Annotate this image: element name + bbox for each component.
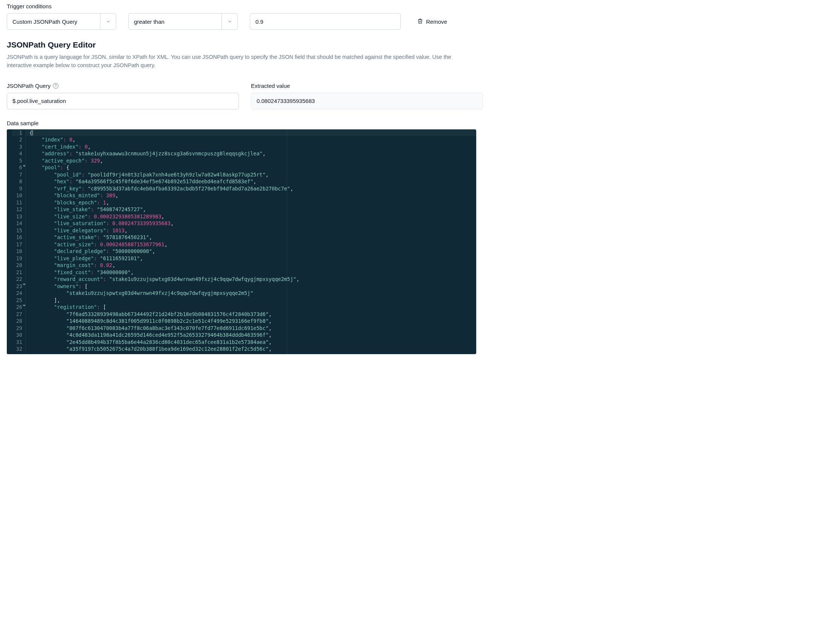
code-line[interactable]: "live_pledge": "61116592101", [29,255,476,262]
line-number: 21 [12,269,22,276]
line-number: 17 [12,241,22,248]
trigger-row: Custom JSONPath Query greater than Remov… [7,13,476,30]
code-line[interactable]: "blocks_epoch": 1, [29,199,476,206]
line-number: 14 [12,220,22,227]
line-number: 7 [12,171,22,178]
line-number: 31 [12,339,22,346]
line-number: 13 [12,213,22,220]
line-number: 24 [12,290,22,297]
line-number: 28 [12,318,22,325]
line-number: 26 [12,304,22,311]
line-number: 12 [12,206,22,213]
extracted-value-display: 0.08024733395935683 [251,93,483,109]
line-number: 10 [12,192,22,199]
line-number: 23 [12,283,22,290]
line-number: 16 [12,234,22,241]
code-line[interactable]: "pool": { [29,164,476,171]
code-line[interactable]: "reward_account": "stake1u9zzujspwtxg03d… [29,276,476,283]
code-line[interactable]: "cert_index": 0, [29,143,476,150]
code-line[interactable]: "fixed_cost": "340000000", [29,269,476,276]
remove-button[interactable]: Remove [417,18,447,25]
code-line[interactable]: "live_saturation": 0.08024733395935683, [29,220,476,227]
line-number: 1 [12,129,22,137]
jsonpath-query-label: JSONPath Query ? [7,83,239,89]
code-line[interactable]: "blocks_minted": 389, [29,192,476,199]
query-type-value: Custom JSONPath Query [7,18,100,25]
code-line[interactable]: "live_size": 0.00023293805381289983, [29,213,476,220]
code-line[interactable]: "stake1u9zzujspwtxg03d4wrnwn49fxzj4c9qqw… [29,290,476,297]
code-line[interactable]: "active_size": 0.0002485887153677961, [29,241,476,248]
code-line[interactable]: "live_delegators": 1013, [29,227,476,234]
code-line[interactable]: "declared_pledge": "50000000000", [29,248,476,255]
trash-icon [417,18,423,25]
line-number: 5 [12,157,22,164]
line-number: 29 [12,325,22,332]
line-number: 4 [12,150,22,157]
operator-value: greater than [129,18,222,25]
code-line[interactable]: "active_stake": "5781876450231", [29,234,476,241]
code-line[interactable]: "margin_cost": 0.02, [29,262,476,269]
code-line[interactable]: "vrf_key": "c89955b3d37abfdc4eb0afba6339… [29,185,476,192]
code-line[interactable]: "a35f9197cb5052675c4a7d20b388f1bea9de169… [29,345,476,353]
code-line[interactable]: ], [29,297,476,304]
line-number: 3 [12,143,22,150]
jsonpath-query-input[interactable] [7,93,239,109]
extracted-value-label: Extracted value [251,83,483,89]
code-line[interactable]: "14640889489c8d4c381f005d9911c0f0898b2c2… [29,318,476,325]
chevron-down-icon [222,14,237,29]
code-line[interactable]: "pool_id": "pool1df9rj4n0t3zlpak7xnh4ue6… [29,171,476,178]
line-number: 27 [12,311,22,318]
code-editor[interactable]: 1234567891011121314151617181920212223242… [7,129,476,354]
query-type-select[interactable]: Custom JSONPath Query [7,13,116,30]
line-number: 6 [12,164,22,171]
line-number: 19 [12,255,22,262]
help-icon[interactable]: ? [53,83,58,89]
data-sample-label: Data sample [7,120,476,126]
operator-select[interactable]: greater than [128,13,238,30]
code-line[interactable]: "4c0d483da1198a41dc26595d146ced4e952f5a2… [29,332,476,339]
code-line[interactable]: "hex": "6a4a39566f5c45f0f6de34ef5e674b89… [29,178,476,185]
line-number: 30 [12,332,22,339]
line-number: 8 [12,178,22,185]
line-number: 20 [12,262,22,269]
code-line[interactable]: "address": "stake1uyhxaawwu3cnmuun5j4jzz… [29,150,476,157]
editor-description: JSONPath is a query language for JSON, s… [7,53,475,70]
line-number: 15 [12,227,22,234]
code-line[interactable]: "2e45dd8b494b37f8b5ba6e44a2836cd80c4031d… [29,339,476,346]
fold-icon[interactable] [23,305,26,307]
threshold-input[interactable] [250,13,401,30]
fold-icon[interactable] [23,165,26,167]
line-number: 2 [12,136,22,143]
line-number: 11 [12,199,22,206]
code-line[interactable]: "registration": [ [29,304,476,311]
line-number: 22 [12,276,22,283]
code-line[interactable]: "owners": [ [29,283,476,290]
code-line[interactable]: "007f6c6130470083b4a77f8c06a8bac3ef343c0… [29,325,476,332]
remove-label: Remove [426,18,447,25]
trigger-conditions-label: Trigger conditions [7,3,476,9]
code-line[interactable]: "7f6ad53328939498abb67344492f21d24bf2b18… [29,311,476,318]
code-line[interactable]: "active_epoch": 329, [29,157,476,164]
line-number: 32 [12,345,22,353]
line-number: 18 [12,248,22,255]
line-number: 9 [12,185,22,192]
line-number: 25 [12,297,22,304]
code-line[interactable]: "index": 0, [29,136,476,143]
editor-title: JSONPath Query Editor [7,40,476,49]
code-line[interactable]: "live_stake": "5408747245727", [29,206,476,213]
chevron-down-icon [100,14,116,29]
fold-icon[interactable] [23,284,26,285]
